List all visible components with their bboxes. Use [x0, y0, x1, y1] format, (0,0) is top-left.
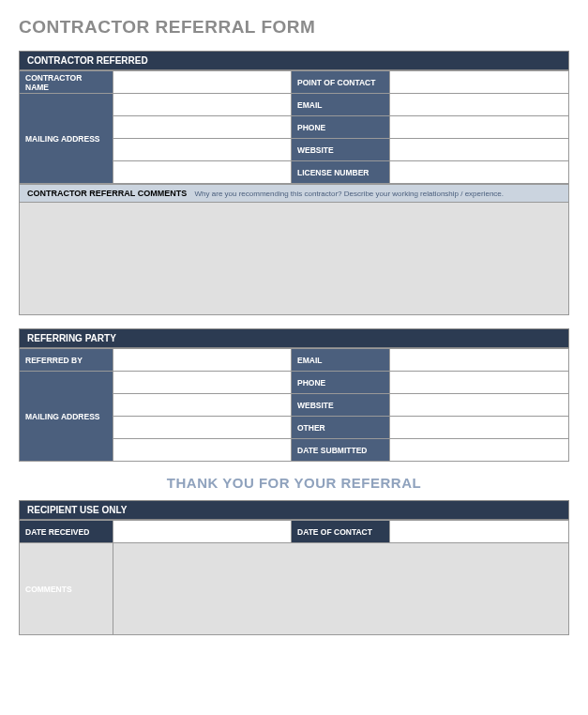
mailing-address-input-3[interactable]	[113, 139, 292, 161]
section-referring-party: REFERRING PARTY REFERRED BY EMAIL MAILIN…	[19, 328, 569, 462]
ref-website-label: WEBSITE	[292, 394, 390, 417]
ref-email-input[interactable]	[390, 349, 569, 372]
phone-input[interactable]	[390, 116, 569, 139]
recipient-comments-label: COMMENTS	[20, 543, 113, 635]
ref-other-input[interactable]	[390, 417, 569, 439]
email-label: EMAIL	[292, 94, 390, 116]
website-input[interactable]	[390, 139, 569, 161]
website-label: WEBSITE	[292, 139, 390, 161]
mailing-address-input-1[interactable]	[113, 94, 292, 116]
contractor-name-input[interactable]	[113, 71, 292, 94]
form-title: CONTRACTOR REFERRAL FORM	[19, 17, 569, 38]
ref-other-label: OTHER	[292, 417, 390, 439]
email-input[interactable]	[390, 94, 569, 116]
section-header-referring: REFERRING PARTY	[19, 328, 569, 348]
date-submitted-input[interactable]	[390, 439, 569, 462]
comments-input[interactable]	[19, 203, 569, 315]
mailing-address-input-4[interactable]	[113, 161, 292, 184]
date-submitted-label: DATE SUBMITTED	[292, 439, 390, 462]
ref-mailing-input-4[interactable]	[113, 439, 292, 462]
mailing-address-input-2[interactable]	[113, 116, 292, 139]
mailing-address-label: MAILING ADDRESS	[20, 94, 113, 184]
recipient-comments-input[interactable]	[113, 543, 569, 635]
ref-website-input[interactable]	[390, 394, 569, 417]
ref-phone-input[interactable]	[390, 372, 569, 394]
section-contractor-referred: CONTRACTOR REFERRED CONTRACTOR NAME POIN…	[19, 51, 569, 315]
referred-by-label: REFERRED BY	[20, 349, 113, 372]
ref-phone-label: PHONE	[292, 372, 390, 394]
contractor-table: CONTRACTOR NAME POINT OF CONTACT MAILING…	[19, 70, 569, 184]
poc-input[interactable]	[390, 71, 569, 94]
ref-mailing-address-label: MAILING ADDRESS	[20, 372, 113, 462]
ref-mailing-input-1[interactable]	[113, 372, 292, 394]
comments-instruction: Why are you recommending this contractor…	[195, 190, 504, 198]
phone-label: PHONE	[292, 116, 390, 139]
comments-label: CONTRACTOR REFERRAL COMMENTS	[27, 189, 187, 198]
date-contact-label: DATE OF CONTACT	[292, 521, 390, 543]
referring-table: REFERRED BY EMAIL MAILING ADDRESS PHONE …	[19, 348, 569, 462]
thank-you-text: THANK YOU FOR YOUR REFERRAL	[19, 475, 569, 491]
section-header-recipient: RECIPIENT USE ONLY	[19, 500, 569, 520]
date-received-label: DATE RECEIVED	[20, 521, 113, 543]
comments-header: CONTRACTOR REFERRAL COMMENTS Why are you…	[19, 184, 569, 203]
license-input[interactable]	[390, 161, 569, 184]
contractor-name-label: CONTRACTOR NAME	[20, 71, 113, 94]
license-label: LICENSE NUMBER	[292, 161, 390, 184]
ref-email-label: EMAIL	[292, 349, 390, 372]
poc-label: POINT OF CONTACT	[292, 71, 390, 94]
recipient-table: DATE RECEIVED DATE OF CONTACT COMMENTS	[19, 520, 569, 635]
date-received-input[interactable]	[113, 521, 292, 543]
ref-mailing-input-3[interactable]	[113, 417, 292, 439]
section-recipient: RECIPIENT USE ONLY DATE RECEIVED DATE OF…	[19, 500, 569, 635]
ref-mailing-input-2[interactable]	[113, 394, 292, 417]
referred-by-input[interactable]	[113, 349, 292, 372]
date-contact-input[interactable]	[390, 521, 569, 543]
section-header-contractor: CONTRACTOR REFERRED	[19, 51, 569, 70]
